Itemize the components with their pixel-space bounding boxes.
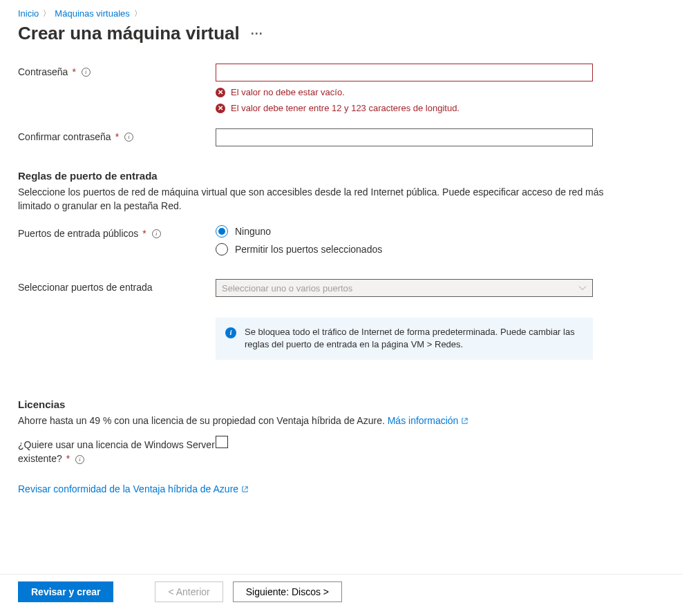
external-link-icon <box>461 417 468 425</box>
password-error-empty-text: El valor no debe estar vacío. <box>231 87 345 97</box>
password-input[interactable] <box>216 64 593 81</box>
select-ports-label-text: Seleccionar puertos de entrada <box>18 282 153 293</box>
confirm-password-input[interactable] <box>216 128 593 146</box>
public-ports-radio-group: Ninguno Permitir los puertos seleccionad… <box>216 225 593 256</box>
password-label-text: Contraseña <box>18 66 68 77</box>
required-marker: * <box>66 453 70 464</box>
radio-allow-label: Permitir los puertos seleccionados <box>235 244 382 255</box>
error-icon: ✕ <box>216 104 225 113</box>
radio-icon <box>216 243 228 256</box>
inbound-info-box: i Se bloquea todo el tráfico de Internet… <box>216 318 593 359</box>
review-and-create-button[interactable]: Revisar y crear <box>18 581 113 602</box>
licensing-learn-more-text: Más información <box>388 415 459 426</box>
required-marker: * <box>142 228 146 239</box>
password-label: Contraseña * i <box>18 64 216 77</box>
chevron-right-icon: 〉 <box>134 8 142 19</box>
error-icon: ✕ <box>216 88 225 97</box>
existing-license-checkbox[interactable] <box>216 436 228 448</box>
licensing-learn-more-link[interactable]: Más información <box>388 415 469 426</box>
breadcrumb-vms[interactable]: Máquinas virtuales <box>55 8 129 19</box>
more-actions-icon[interactable]: ··· <box>251 28 263 40</box>
password-error-length-text: El valor debe tener entre 12 y 123 carac… <box>231 103 460 113</box>
info-icon: i <box>225 327 236 338</box>
info-icon[interactable]: i <box>152 229 161 238</box>
radio-allow-selected[interactable]: Permitir los puertos seleccionados <box>216 243 593 256</box>
next-disks-button[interactable]: Siguiente: Discos > <box>233 581 342 602</box>
confirm-password-label: Confirmar contraseña * i <box>18 128 216 142</box>
licensing-desc-text: Ahorre hasta un 49 % con una licencia de… <box>18 415 388 426</box>
inbound-section-desc: Seleccione los puertos de red de máquina… <box>18 186 605 213</box>
breadcrumb-home[interactable]: Inicio <box>18 8 39 19</box>
chevron-right-icon: 〉 <box>43 8 50 19</box>
select-ports-dropdown[interactable]: Seleccionar uno o varios puertos <box>216 279 593 297</box>
confirm-password-label-text: Confirmar contraseña <box>18 131 111 142</box>
page-title-text: Crear una máquina virtual <box>18 23 240 44</box>
public-ports-label-text: Puertos de entrada públicos <box>18 228 138 239</box>
inbound-section-title: Reglas de puerto de entrada <box>18 170 664 182</box>
radio-none[interactable]: Ninguno <box>216 225 593 238</box>
chevron-down-icon <box>578 285 587 291</box>
info-icon[interactable]: i <box>82 68 91 77</box>
page-title: Crear una máquina virtual ··· <box>18 23 664 44</box>
review-compliance-text: Revisar conformidad de la Ventaja híbrid… <box>18 483 238 494</box>
public-ports-label: Puertos de entrada públicos * i <box>18 225 216 239</box>
radio-none-label: Ninguno <box>235 226 271 237</box>
password-error-empty: ✕ El valor no debe estar vacío. <box>216 87 593 97</box>
radio-icon <box>216 225 228 238</box>
review-compliance-link[interactable]: Revisar conformidad de la Ventaja híbrid… <box>18 483 249 494</box>
info-icon[interactable]: i <box>124 133 133 142</box>
wizard-footer: Revisar y crear < Anterior Siguiente: Di… <box>0 574 682 602</box>
select-ports-label: Seleccionar puertos de entrada <box>18 279 216 293</box>
breadcrumb: Inicio 〉 Máquinas virtuales 〉 <box>18 8 664 19</box>
password-error-length: ✕ El valor debe tener entre 12 y 123 car… <box>216 103 593 113</box>
previous-button[interactable]: < Anterior <box>155 581 222 602</box>
licensing-section-title: Licencias <box>18 398 664 410</box>
external-link-icon <box>241 485 249 493</box>
existing-license-label-text: ¿Quiere usar una licencia de Windows Ser… <box>18 439 215 464</box>
select-ports-placeholder: Seleccionar uno o varios puertos <box>222 283 352 293</box>
inbound-info-text: Se bloquea todo el tráfico de Internet d… <box>245 326 583 351</box>
info-icon[interactable]: i <box>75 455 84 464</box>
required-marker: * <box>115 131 119 142</box>
required-marker: * <box>72 66 75 77</box>
licensing-desc: Ahorre hasta un 49 % con una licencia de… <box>18 414 605 428</box>
existing-license-label: ¿Quiere usar una licencia de Windows Ser… <box>18 436 216 465</box>
